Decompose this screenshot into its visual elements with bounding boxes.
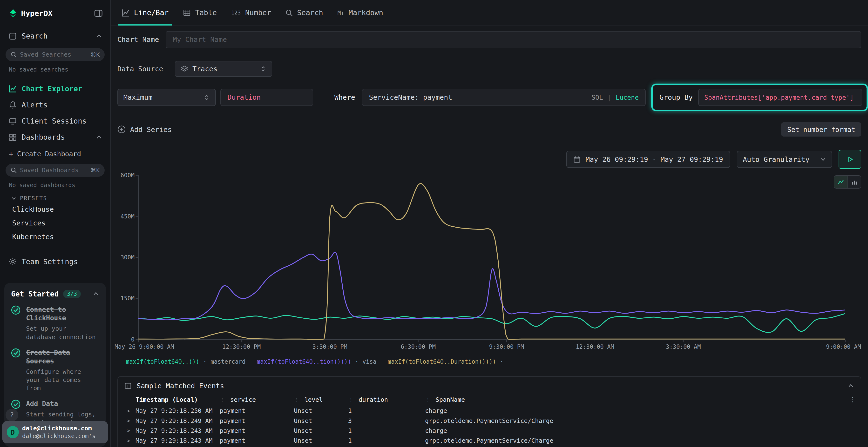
chevron-up-icon[interactable]	[93, 290, 99, 297]
data-source-select[interactable]: Traces	[175, 61, 272, 77]
tab-label: Number	[245, 8, 271, 17]
column-resize-icon[interactable]: ⋮	[220, 397, 225, 403]
search-section-header[interactable]: Search	[0, 24, 110, 45]
presets-header[interactable]: PRESETS	[0, 190, 110, 203]
sidebar-item-alerts[interactable]: Alerts	[0, 97, 110, 113]
tab-search[interactable]: Search	[279, 0, 330, 26]
create-dashboard-button[interactable]: + Create Dashboard	[0, 145, 110, 161]
y-axis-tick: 300M	[121, 254, 134, 261]
get-started-header[interactable]: Get Started 3/3	[11, 290, 99, 298]
y-axis-tick: 600M	[121, 172, 134, 179]
row-expand-icon[interactable]: >	[119, 418, 135, 424]
granularity-select[interactable]: Auto Granularity	[737, 151, 832, 168]
column-header-spanname[interactable]: ⋮SpanName	[425, 396, 845, 403]
legend-dash-icon: —	[380, 358, 384, 365]
app-root: HyperDX Search Saved Searches ⌘K No save…	[0, 0, 868, 447]
chevron-up-icon[interactable]	[96, 33, 102, 39]
saved-dashboards-placeholder: Saved Dashboards	[20, 167, 79, 174]
table-options-button[interactable]: ⋮	[845, 396, 860, 403]
set-number-format-button[interactable]: Set number format	[781, 122, 861, 137]
column-resize-icon[interactable]: ⋮	[348, 397, 354, 403]
layers-icon	[181, 65, 188, 72]
run-query-button[interactable]	[839, 150, 861, 169]
date-range-picker[interactable]: May 26 09:29:19 - May 27 09:29:19	[566, 151, 730, 168]
tab-markdown[interactable]: M↓ Markdown	[331, 0, 390, 26]
bar-chart-toggle[interactable]	[847, 176, 861, 188]
get-started-progress-badge: 3/3	[63, 290, 81, 298]
series-actions-row: Add Series Set number format	[111, 122, 868, 137]
chevron-down-icon	[11, 196, 17, 201]
play-icon	[847, 156, 854, 163]
aggregation-select[interactable]: Maximum	[117, 89, 216, 106]
row-expand-icon[interactable]: >	[119, 427, 135, 434]
add-series-button[interactable]: Add Series	[117, 125, 172, 133]
column-header-service[interactable]: ⋮service	[220, 396, 294, 403]
logo-row: HyperDX	[0, 0, 110, 24]
where-input[interactable]: ServiceName: payment SQL | Lucene	[362, 89, 646, 106]
hyperdx-logo[interactable]: HyperDX	[9, 9, 53, 18]
sidebar-item-dashboards[interactable]: Dashboards	[0, 129, 110, 145]
legend-separator: ·	[500, 358, 504, 365]
table-row[interactable]: > May 27 9:29:18.249 AM payment Unset 3 …	[118, 416, 861, 425]
preset-services[interactable]: Services	[0, 216, 110, 230]
tab-line-bar[interactable]: Line/Bar	[115, 0, 175, 26]
legend-separator: ·	[203, 358, 207, 365]
sql-toggle[interactable]: SQL	[591, 94, 603, 101]
legend-expr[interactable]: maxIf(toFloat64O..)))	[126, 358, 199, 365]
row-expand-icon[interactable]: >	[119, 438, 135, 444]
chevron-up-icon[interactable]	[96, 134, 102, 141]
sample-matched-events-panel: Sample Matched Events Timestamp (Local) …	[117, 376, 862, 447]
events-table-header: Timestamp (Local) ⋮service ⋮level ⋮durat…	[118, 394, 861, 406]
table-row[interactable]: > May 27 9:29:18.250 AM payment Unset 1 …	[118, 406, 861, 416]
group-by-input[interactable]: SpanAttributes['app.payment.card_type']	[698, 89, 862, 106]
column-header-duration[interactable]: ⋮duration	[348, 396, 425, 403]
tab-table[interactable]: Table	[176, 0, 223, 26]
cell-duration: 1	[348, 427, 425, 434]
sidebar-item-client-sessions[interactable]: Client Sessions	[0, 113, 110, 129]
sidebar-collapse-icon[interactable]	[94, 10, 102, 17]
check-circle-icon	[11, 348, 21, 358]
saved-dashboards-input[interactable]: Saved Dashboards ⌘K	[5, 164, 105, 177]
column-header-level[interactable]: ⋮level	[294, 396, 348, 403]
get-started-item[interactable]: Create Data Sources Configure where your…	[11, 348, 99, 392]
tab-label: Line/Bar	[134, 8, 169, 17]
column-resize-icon[interactable]: ⋮	[425, 397, 431, 403]
sidebar-nav: Chart Explorer Alerts Client Sessions Da…	[0, 81, 110, 145]
legend-group[interactable]: visa	[362, 358, 376, 365]
chart-plot-area[interactable]: 600M 450M 300M 150M 0	[138, 175, 845, 340]
sidebar: HyperDX Search Saved Searches ⌘K No save…	[0, 0, 111, 447]
y-axis-tick: 450M	[121, 213, 134, 220]
group-by-highlight-annotation: Group By SpanAttributes['app.payment.car…	[651, 83, 868, 111]
column-header-timestamp[interactable]: Timestamp (Local)	[135, 396, 220, 403]
cell-spanname: charge	[425, 427, 845, 434]
x-axis-tick: 12:30:00 AM	[576, 343, 614, 350]
sidebar-item-team-settings[interactable]: Team Settings	[0, 253, 110, 270]
events-header[interactable]: Sample Matched Events	[118, 377, 861, 394]
legend-group[interactable]: mastercard	[211, 358, 245, 365]
preset-kubernetes[interactable]: Kubernetes	[0, 230, 110, 244]
table-row[interactable]: > May 27 9:29:18.243 AM payment Unset 1 …	[118, 436, 861, 446]
timeseries-chart	[138, 175, 845, 340]
user-menu[interactable]: D dale@clickhouse.com dale@clickhouse.co…	[2, 421, 108, 444]
row-expand-icon[interactable]: >	[119, 408, 135, 414]
get-started-item-title: Add Data	[26, 400, 99, 408]
column-resize-icon[interactable]: ⋮	[294, 397, 300, 403]
lucene-toggle[interactable]: Lucene	[616, 94, 639, 101]
table-row[interactable]: > May 27 9:29:18.243 AM payment Unset 1 …	[118, 426, 861, 436]
chart-name-input[interactable]	[166, 31, 861, 48]
tab-number[interactable]: 123 Number	[224, 0, 278, 26]
preset-clickhouse[interactable]: ClickHouse	[0, 203, 110, 216]
avatar: D	[7, 426, 19, 438]
get-started-item-texts: Connect to ClickHouse Set up your databa…	[26, 305, 99, 341]
column-label: service	[230, 396, 256, 403]
get-started-item[interactable]: Connect to ClickHouse Set up your databa…	[11, 305, 99, 341]
legend-expr[interactable]: maxIf(toFloat64O..Duration)))))	[388, 358, 496, 365]
chevron-up-icon[interactable]	[847, 382, 854, 389]
saved-searches-input[interactable]: Saved Searches ⌘K	[5, 48, 105, 61]
line-bar-chart-icon	[122, 9, 129, 16]
sidebar-item-chart-explorer[interactable]: Chart Explorer	[0, 81, 110, 97]
help-button[interactable]: ?	[5, 409, 18, 421]
main-content: Line/Bar Table 123 Number Search M↓ Ma	[111, 0, 868, 447]
field-input[interactable]: Duration	[220, 89, 313, 106]
legend-expr[interactable]: maxIf(toFloat64O..tion)))))	[257, 358, 351, 365]
